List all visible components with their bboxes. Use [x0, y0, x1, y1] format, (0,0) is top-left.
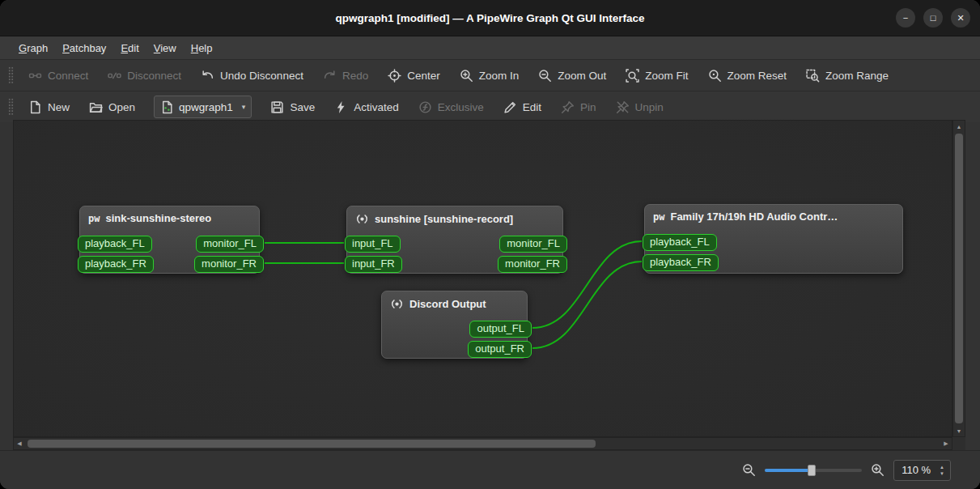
save-button[interactable]: Save	[261, 95, 324, 119]
port-playback-fr[interactable]: playback_FR	[78, 256, 154, 273]
vertical-scrollbar[interactable]: ▲ ▼	[952, 120, 965, 437]
scroll-right-button[interactable]: ▶	[940, 438, 952, 449]
port-input-fr[interactable]: input_FR	[345, 256, 402, 273]
horizontal-scrollbar[interactable]: ◀ ▶	[13, 437, 952, 450]
zoom-out-button[interactable]: Zoom Out	[529, 63, 615, 87]
maximize-button[interactable]: □	[923, 8, 943, 28]
toolbar-label: Save	[290, 101, 315, 113]
new-file-icon	[28, 100, 42, 114]
port-output-fl[interactable]: output_FL	[469, 321, 532, 338]
scroll-down-button[interactable]: ▼	[953, 425, 965, 436]
menu-edit[interactable]: Edit	[113, 39, 146, 57]
minimize-button[interactable]: −	[896, 8, 915, 28]
zoom-in-button[interactable]: Zoom In	[451, 63, 528, 87]
vertical-scrollbar-thumb[interactable]	[955, 134, 963, 423]
node-family-17h-19h-hd-audio-contr[interactable]: pwFamily 17h/19h HD Audio Contr…playback…	[644, 204, 903, 274]
toolbar-label: Undo Disconnect	[220, 70, 303, 82]
port-output-fr[interactable]: output_FR	[468, 341, 532, 358]
disconnect-button[interactable]: Disconnect	[99, 63, 190, 87]
zoom-fit-icon	[626, 69, 639, 83]
toolbar-label: Pin	[580, 101, 596, 113]
zoom-reset-button[interactable]: Zoom Reset	[699, 63, 796, 87]
patchbay-file-icon	[160, 100, 174, 114]
scroll-left-button[interactable]: ◀	[14, 438, 25, 449]
zoom-in-icon[interactable]	[871, 463, 885, 477]
zoom-value: 110 %	[902, 464, 931, 476]
zoom-decrease-button[interactable]: ▼	[936, 470, 948, 477]
horizontal-scrollbar-thumb[interactable]	[28, 440, 596, 448]
scroll-up-button[interactable]: ▲	[953, 121, 965, 132]
graph-toolbar: ConnectDisconnectUndo DisconnectRedoCent…	[0, 59, 980, 91]
zoom-fit-button[interactable]: Zoom Fit	[617, 63, 697, 87]
zoom-slider-handle[interactable]	[808, 465, 816, 476]
node-header: Discord Output	[382, 291, 527, 311]
titlebar[interactable]: qpwgraph1 [modified] — A PipeWire Graph …	[0, 0, 980, 36]
unpin-button[interactable]: Unpin	[607, 95, 672, 119]
undo-disconnect-button[interactable]: Undo Disconnect	[192, 63, 312, 87]
port-monitor-fl[interactable]: monitor_FL	[196, 236, 264, 253]
window-controls: −□✕	[896, 8, 970, 28]
toolbar-drag-handle[interactable]	[8, 66, 14, 84]
toolbar-label: Center	[407, 70, 440, 82]
menu-help[interactable]: Help	[184, 39, 220, 57]
graph-canvas-area: pwsink-sunshine-stereoplayback_FLplaybac…	[13, 120, 965, 450]
node-sink-sunshine-stereo[interactable]: pwsink-sunshine-stereoplayback_FLplaybac…	[79, 206, 260, 274]
zoom-slider[interactable]	[765, 464, 862, 477]
zoom-range-icon	[806, 69, 820, 83]
zoom-spinbox[interactable]: 110 % ▲ ▼	[893, 460, 951, 481]
zoom-out-icon[interactable]	[742, 463, 756, 477]
toolbar-label: Exclusive	[438, 101, 484, 113]
port-monitor-fl[interactable]: monitor_FL	[499, 236, 567, 253]
toolbar-drag-handle[interactable]	[8, 98, 14, 116]
open-folder-icon	[89, 100, 103, 114]
menu-graph[interactable]: Graph	[11, 39, 55, 57]
port-monitor-fr[interactable]: monitor_FR	[498, 256, 567, 273]
menu-view[interactable]: View	[146, 39, 184, 57]
exclusive-button[interactable]: Exclusive	[409, 95, 493, 119]
toolbar-label: Connect	[48, 70, 88, 82]
close-button[interactable]: ✕	[951, 8, 970, 28]
zoom-range-button[interactable]: Zoom Range	[797, 63, 897, 87]
connect-button[interactable]: Connect	[19, 63, 97, 87]
open-button[interactable]: Open	[80, 95, 144, 119]
new-button[interactable]: New	[19, 95, 78, 119]
spinbox-arrows: ▲ ▼	[936, 464, 948, 477]
unpin-icon	[616, 100, 630, 114]
node-sunshine-sunshine-record[interactable]: sunshine [sunshine-record]input_FLinput_…	[346, 206, 563, 274]
pin-button[interactable]: Pin	[552, 95, 605, 119]
edit-button[interactable]: Edit	[494, 95, 550, 119]
center-icon	[388, 69, 401, 83]
center-button[interactable]: Center	[379, 63, 449, 87]
toolbar-label: Disconnect	[127, 70, 181, 82]
toolbar-label: Zoom Range	[825, 70, 889, 82]
node-title: Discord Output	[409, 298, 486, 310]
port-monitor-fr[interactable]: monitor_FR	[194, 256, 264, 273]
chevron-down-icon: ▾	[242, 103, 246, 111]
node-header: pwFamily 17h/19h HD Audio Contr…	[645, 205, 902, 223]
graph-canvas[interactable]: pwsink-sunshine-stereoplayback_FLplaybac…	[13, 120, 952, 437]
activated-button[interactable]: Activated	[325, 95, 408, 119]
patchbay-file-combobox[interactable]: qpwgraph1 ▾	[154, 96, 252, 118]
zoom-reset-icon	[708, 69, 722, 83]
port-playback-fl[interactable]: playback_FL	[643, 234, 717, 251]
activated-icon	[334, 100, 348, 114]
node-header: sunshine [sunshine-record]	[347, 206, 562, 226]
port-playback-fl[interactable]: playback_FL	[78, 236, 152, 253]
zoom-out-icon	[538, 69, 552, 83]
application-icon	[355, 212, 369, 226]
port-input-fl[interactable]: input_FL	[345, 236, 401, 253]
zoom-in-icon	[460, 69, 473, 83]
zoom-increase-button[interactable]: ▲	[936, 464, 948, 470]
port-playback-fr[interactable]: playback_FR	[643, 254, 719, 271]
toolbar-label: Zoom Reset	[728, 70, 787, 82]
node-discord-output[interactable]: Discord Outputoutput_FLoutput_FR	[381, 291, 528, 359]
toolbar-label: Unpin	[635, 101, 664, 113]
connection-wire[interactable]	[532, 262, 642, 348]
redo-button[interactable]: Redo	[314, 63, 377, 87]
menubar: GraphPatchbayEditViewHelp	[0, 36, 980, 59]
window-title: qpwgraph1 [modified] — A PipeWire Graph …	[335, 12, 644, 24]
pipewire-icon: pw	[653, 211, 664, 223]
save-icon	[270, 100, 284, 114]
zoom-slider-fill	[765, 469, 812, 472]
menu-patchbay[interactable]: Patchbay	[55, 39, 113, 57]
